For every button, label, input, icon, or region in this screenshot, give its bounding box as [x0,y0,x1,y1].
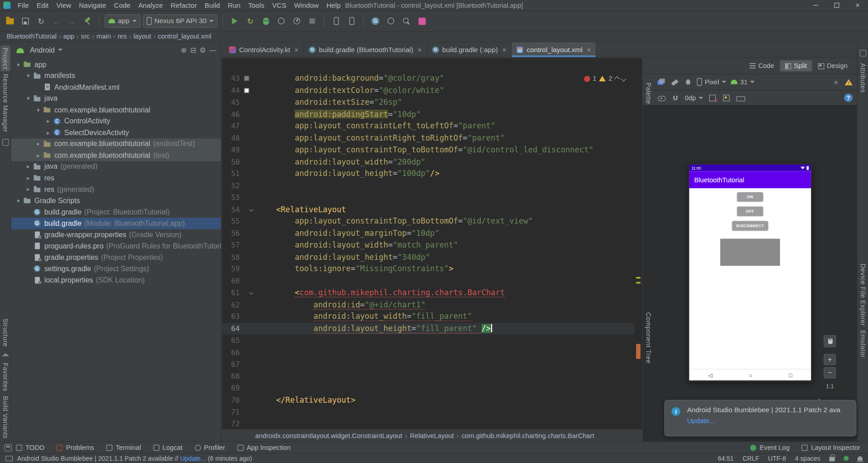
warning-mark[interactable] [636,282,641,284]
back-button[interactable]: ← [50,15,63,28]
menu-analyze[interactable]: Analyze [134,0,166,11]
code-line-46[interactable]: 46 android:paddingStart="10dp" [222,108,634,120]
code-line-51[interactable]: 51 android:layout_height="100dp"/> [222,168,634,180]
chevron-right-icon[interactable]: ▸ [34,141,42,147]
chevron-down-icon[interactable]: ▾ [24,95,32,101]
tool-window-button-problems[interactable]: Problems [57,444,94,451]
editor-tab-controlactivity-kt[interactable]: ControlActivity.kt× [224,42,304,57]
code-line-55[interactable]: 55 app:layout_constraintTop_toBottomOf="… [222,215,634,227]
run-button[interactable] [228,15,241,28]
error-stripe[interactable] [634,58,642,429]
minimize-button[interactable] [805,0,826,11]
code-line-66[interactable]: 66 [222,346,634,358]
xml-breadcrumb-com-github-mikephil-charting-charts-barchart[interactable]: com.github.mikephil.charting.charts.BarC… [462,432,600,439]
chevron-right-icon[interactable]: ▸ [24,186,32,192]
collapse-all-icon[interactable]: ⊟ [190,46,196,54]
menu-navigate[interactable]: Navigate [75,0,110,11]
design-surface[interactable]: 11:00 BluetoothTutorial ONOFFDISCONNECT [643,106,857,441]
line-separator[interactable]: CRLF [742,455,759,462]
code-line-67[interactable]: 67 [222,358,634,370]
tree-item-gradle-wrapper-properties-gradle-version[interactable]: gradle-wrapper.properties(Gradle Version… [11,229,221,240]
tree-item-local-properties-sdk-location[interactable]: local.properties(SDK Location) [11,274,221,286]
mode-design-button[interactable]: Design [813,60,853,71]
tree-item-gradle-properties-project-properties[interactable]: gradle.properties(Project Properties) [11,252,221,263]
run-configuration-select[interactable]: app [105,15,141,28]
tree-item-res-generated[interactable]: ▸res(generated) [11,184,221,195]
preview-api-select[interactable]: 31 [731,78,755,86]
code-line-62[interactable]: 62 android:id="@+id/chart1" [222,299,634,311]
status-indicator-icon[interactable] [844,456,848,461]
zoom-out-button[interactable]: − [824,367,836,378]
save-all-button[interactable] [19,15,32,28]
menu-file[interactable]: File [14,0,33,11]
tree-item-settings-gradle-project-settings[interactable]: settings.gradle(Project Settings) [11,263,221,274]
menu-vcs[interactable]: VCS [268,0,290,11]
warning-mark[interactable] [636,277,641,279]
sdk-manager-button[interactable] [384,15,397,28]
chevron-down-icon[interactable]: ▾ [15,61,22,67]
tool-window-switcher-icon[interactable] [5,444,12,451]
debug-button[interactable] [259,15,272,28]
chevron-down-icon[interactable] [621,76,626,81]
code-line-64[interactable]: 64 android:layout_height="fill_parent" /… [222,322,634,334]
project-view-select[interactable]: Android [30,46,55,54]
sync-gradle-button[interactable]: G [369,15,382,28]
hide-panel-icon[interactable]: — [209,46,216,54]
clear-constraints-icon[interactable] [708,93,717,102]
close-icon[interactable]: × [501,46,506,54]
menu-code[interactable]: Code [110,0,135,11]
chevron-down-icon[interactable] [58,49,63,51]
apply-changes-button[interactable]: ↻ [244,15,257,28]
code-line-63[interactable]: 63 android:layout_width="fill_parent" [222,311,634,322]
preview-button-disconnect[interactable]: DISCONNECT [732,221,768,230]
tool-stripe-project[interactable]: Project [0,45,10,72]
code-line-54[interactable]: 54 <RelativeLayout [222,204,634,215]
chevron-right-icon[interactable]: ▸ [24,164,32,170]
tree-item-com-example-bluetoothtutorial-test[interactable]: ▸com.example.bluetoothtutorial(test) [11,150,221,161]
chevron-down-icon[interactable]: ▾ [15,198,22,204]
xml-breadcrumb-androidx-constraintlayout-widget-constraintlayout[interactable]: androidx.constraintlayout.widget.Constra… [255,432,410,439]
menu-help[interactable]: Help [322,0,344,11]
breadcrumb-main[interactable]: main [97,33,117,40]
tool-window-button-terminal[interactable]: Terminal [107,444,141,451]
code-line-71[interactable]: 71 [222,406,634,418]
tree-item-selectdeviceactivity[interactable]: ▸SelectDeviceActivity [11,127,221,138]
breadcrumb-app[interactable]: app [63,33,81,40]
notifications-bell-icon[interactable] [858,456,863,461]
color-swatch-icon[interactable] [244,76,249,81]
menu-tools[interactable]: Tools [244,0,268,11]
code-line-56[interactable]: 56 android:layout_marginTop="10dp" [222,227,634,239]
breadcrumb-res[interactable]: res [117,33,133,40]
code-line-69[interactable]: 69 [222,382,634,394]
tool-stripe-emulator[interactable]: Emulator [858,328,868,361]
tree-item-res[interactable]: ▸res [11,172,221,184]
breadcrumb-bluetoothtutorial[interactable]: BluetoothTutorial [7,33,63,40]
editor-tab-build-gradle-bluetoothtutorial[interactable]: build.gradle (BluetoothTutorial)× [304,42,427,57]
tree-item-build-gradle-project-bluetoothtutorial[interactable]: build.gradle(Project: BluetoothTutorial) [11,206,221,218]
preview-device-select[interactable]: Pixel [697,78,727,86]
mode-code-button[interactable]: Code [744,60,779,71]
stop-button[interactable] [306,15,319,28]
infer-constraints-icon[interactable] [722,93,731,102]
status-update-link[interactable]: Update... [180,455,206,462]
menu-run[interactable]: Run [224,0,244,11]
screen-record-button[interactable] [415,15,429,28]
code-line-70[interactable]: 70 </RelativeLayout> [222,394,634,406]
tool-window-button-app-inspection[interactable]: App Inspection [237,444,291,451]
code-line-48[interactable]: 48 app:layout_constraintRight_toRightOf=… [222,132,634,144]
preview-textview[interactable] [720,239,780,266]
chevron-right-icon[interactable]: ▸ [24,175,32,181]
caret-position[interactable]: 64:51 [718,455,734,462]
tool-stripe-structure[interactable]: Structure [0,316,10,349]
chevron-down-icon[interactable]: ▾ [24,73,32,78]
menu-window[interactable]: Window [290,0,322,11]
forward-button[interactable]: → [65,15,78,28]
editor-tab-control-layout-xml[interactable]: control_layout.xml× [512,42,596,57]
locate-file-icon[interactable]: ⊕ [181,46,187,54]
paint-icon[interactable] [684,78,693,87]
code-line-57[interactable]: 57 android:layout_width="match_parent" [222,239,634,251]
tree-item-controlactivity[interactable]: ▸ControlActivity [11,116,221,127]
device-select[interactable]: Nexus 6P API 30 [143,15,218,28]
code-editor[interactable]: 43 android:background="@color/gray"44 an… [222,58,643,429]
menu-view[interactable]: View [53,0,75,11]
